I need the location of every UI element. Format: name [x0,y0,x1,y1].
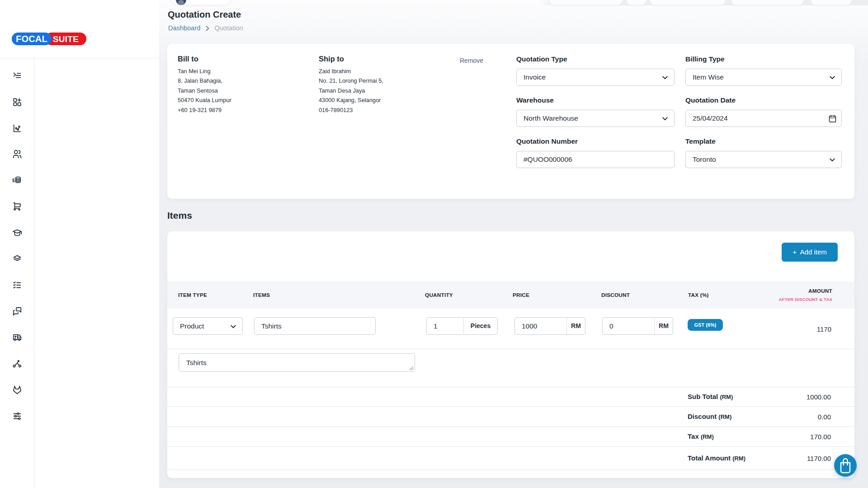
svg-text:$: $ [12,178,15,183]
